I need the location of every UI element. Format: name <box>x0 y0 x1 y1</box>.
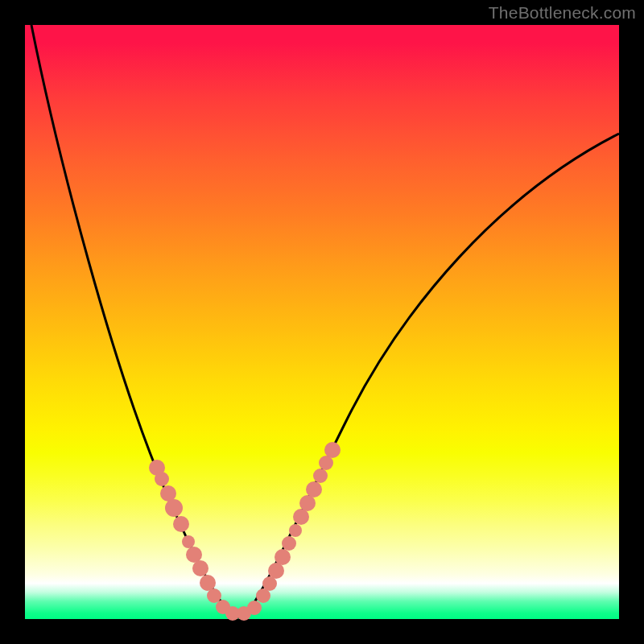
svg-point-17 <box>275 549 291 565</box>
curve-svg <box>25 25 619 619</box>
svg-point-3 <box>165 499 183 517</box>
svg-point-7 <box>192 560 208 576</box>
svg-point-19 <box>289 524 302 537</box>
svg-point-5 <box>182 535 195 548</box>
svg-point-16 <box>268 563 284 579</box>
bead-cluster-left <box>149 460 221 603</box>
bead-cluster-right <box>256 442 341 603</box>
svg-point-21 <box>299 495 316 511</box>
svg-point-6 <box>186 547 202 563</box>
svg-point-20 <box>293 509 309 525</box>
svg-point-9 <box>207 588 221 603</box>
bottleneck-curve-left <box>31 25 233 617</box>
svg-point-1 <box>155 472 169 486</box>
bottleneck-curve-right <box>245 134 619 617</box>
svg-point-8 <box>200 575 216 591</box>
svg-point-18 <box>282 536 296 551</box>
svg-point-4 <box>173 516 189 532</box>
svg-point-22 <box>306 481 322 497</box>
plot-area <box>25 25 619 619</box>
bead-cluster-bottom <box>216 600 262 621</box>
svg-point-23 <box>313 469 328 483</box>
watermark-text: TheBottleneck.com <box>489 3 636 23</box>
svg-point-25 <box>324 442 341 458</box>
chart-frame: TheBottleneck.com <box>0 0 644 644</box>
svg-point-13 <box>247 601 262 615</box>
